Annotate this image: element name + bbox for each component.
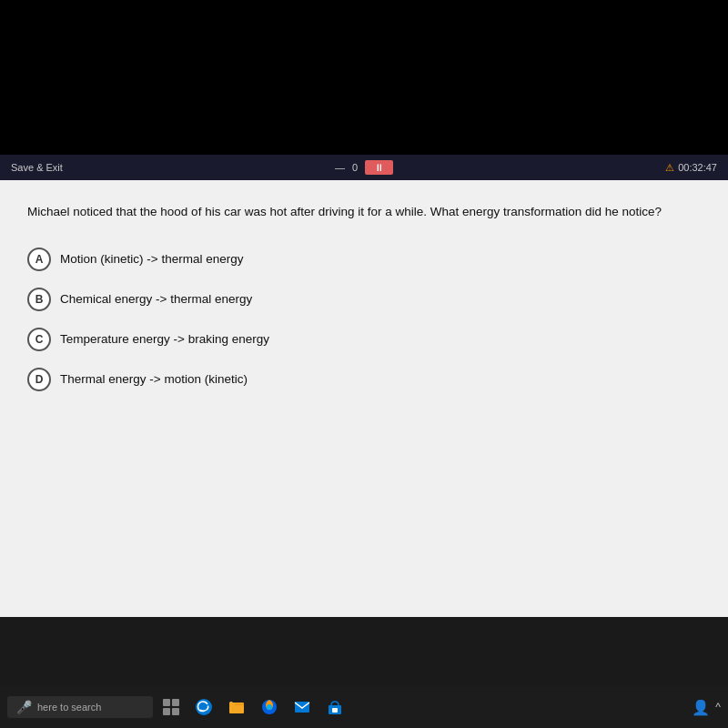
svg-point-8 (267, 704, 272, 710)
pause-button[interactable]: ⏸ (365, 160, 393, 175)
question-text: Michael noticed that the hood of his car… (27, 202, 701, 222)
header-center: — 0 ⏸ (335, 160, 393, 175)
option-d-text: Thermal energy -> motion (kinetic) (60, 372, 248, 386)
option-d[interactable]: D Thermal energy -> motion (kinetic) (27, 368, 701, 391)
option-a-text: Motion (kinetic) -> thermal energy (60, 252, 243, 266)
svg-rect-1 (172, 699, 179, 706)
edge-browser-icon[interactable] (189, 693, 218, 722)
mail-icon[interactable] (288, 693, 317, 722)
store-icon[interactable] (320, 693, 349, 722)
sys-tray-person-icon[interactable]: 👤 (692, 699, 710, 716)
option-d-circle: D (27, 368, 51, 391)
task-view-icon[interactable] (157, 693, 186, 722)
microphone-icon: 🎤 (16, 700, 32, 714)
system-tray: 👤 ^ (692, 699, 721, 716)
option-a[interactable]: A Motion (kinetic) -> thermal energy (27, 248, 701, 271)
option-b-text: Chemical energy -> thermal energy (60, 292, 252, 306)
file-explorer-icon[interactable] (222, 693, 251, 722)
header-dash: — (335, 162, 345, 173)
svg-rect-11 (332, 708, 338, 713)
search-placeholder-text: here to search (37, 702, 101, 713)
header-zero: 0 (352, 162, 358, 173)
svg-rect-9 (295, 702, 309, 713)
firefox-icon[interactable] (255, 693, 284, 722)
header-right: ⚠ 00:32:47 (665, 162, 717, 174)
content-area: Michael noticed that the hood of his car… (0, 180, 728, 617)
timer-warning-icon: ⚠ (665, 162, 674, 174)
header-bar: Save & Exit — 0 ⏸ ⚠ 00:32:47 (0, 155, 728, 180)
save-exit-label[interactable]: Save & Exit (11, 162, 63, 173)
sys-tray-arrow-icon[interactable]: ^ (715, 701, 721, 713)
svg-rect-3 (172, 708, 179, 715)
timer-display: 00:32:47 (678, 162, 717, 173)
svg-rect-0 (163, 699, 170, 706)
option-b[interactable]: B Chemical energy -> thermal energy (27, 288, 701, 311)
option-c-circle: C (27, 328, 51, 351)
option-c-text: Temperature energy -> braking energy (60, 332, 269, 346)
option-a-circle: A (27, 248, 51, 271)
svg-rect-6 (229, 703, 235, 705)
option-b-circle: B (27, 288, 51, 311)
taskbar-search[interactable]: 🎤 here to search (7, 696, 153, 718)
taskbar: 🎤 here to search (0, 686, 728, 728)
svg-rect-2 (163, 708, 170, 715)
option-c[interactable]: C Temperature energy -> braking energy (27, 328, 701, 351)
